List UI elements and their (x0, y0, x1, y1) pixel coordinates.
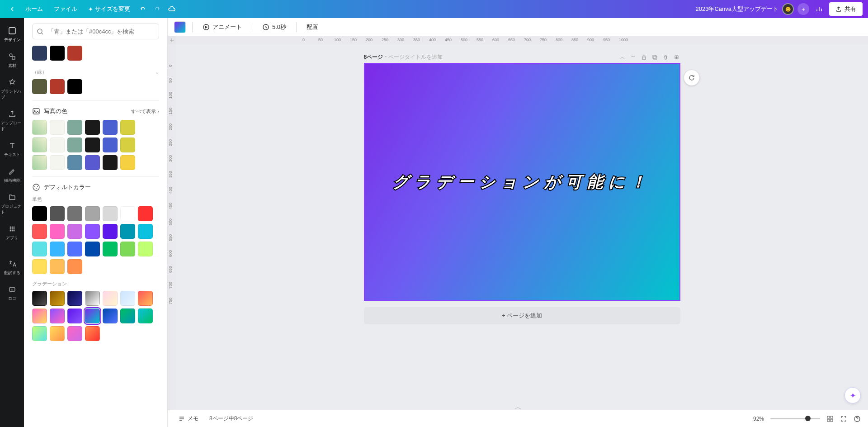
show-all-button[interactable]: すべて表示 › (131, 108, 159, 115)
back-button[interactable] (5, 4, 19, 14)
color-swatch[interactable] (32, 46, 47, 61)
color-swatch[interactable] (138, 242, 153, 256)
nav-upload[interactable]: アップロード (0, 105, 24, 137)
project-title[interactable]: 2023年Canva大型アップデート (696, 5, 779, 13)
color-swatch[interactable] (120, 291, 135, 306)
nav-apps[interactable]: アプリ (0, 220, 24, 246)
color-swatch[interactable] (103, 120, 118, 135)
add-page-button[interactable]: + ページを追加 (364, 307, 680, 324)
color-swatch[interactable] (32, 259, 47, 274)
color-swatch[interactable] (103, 155, 118, 170)
grid-view-button[interactable] (826, 415, 834, 422)
color-swatch[interactable] (67, 120, 82, 135)
expand-handle[interactable]: ︿ (509, 404, 527, 410)
page-down-button[interactable]: ﹀ (630, 54, 637, 61)
position-button[interactable]: 配置 (303, 21, 322, 33)
color-swatch[interactable] (50, 138, 65, 152)
magic-button[interactable]: ✦ (844, 387, 861, 403)
color-swatch[interactable] (50, 291, 65, 306)
nav-elements[interactable]: 素材 (0, 47, 24, 73)
nav-design[interactable]: デザイン (0, 22, 24, 47)
color-swatch[interactable] (138, 206, 153, 221)
color-swatch[interactable] (67, 326, 82, 341)
color-swatch[interactable] (67, 259, 82, 274)
color-swatch[interactable] (32, 206, 47, 221)
add-member-button[interactable]: + (797, 3, 809, 15)
page-count[interactable]: 8ページ中8ページ (209, 415, 253, 422)
zoom-value[interactable]: 92% (753, 416, 764, 422)
color-swatch[interactable] (50, 326, 65, 341)
photo-thumb[interactable] (32, 120, 47, 135)
avatar[interactable]: 😊 (782, 3, 794, 15)
color-swatch[interactable] (50, 242, 65, 256)
nav-projects[interactable]: プロジェクト (0, 188, 24, 220)
color-swatch[interactable] (32, 308, 47, 323)
share-button[interactable]: 共有 (829, 2, 863, 16)
resize-button[interactable]: ✦ サイズを変更 (84, 2, 135, 16)
canvas-page[interactable]: グラデーションが可能に！ (364, 63, 680, 301)
color-swatch[interactable] (32, 224, 47, 239)
color-swatch[interactable] (50, 46, 65, 61)
cloud-sync-button[interactable] (165, 3, 178, 15)
color-swatch[interactable] (85, 224, 100, 239)
nav-logo[interactable]: co.ロゴ (0, 280, 24, 306)
home-button[interactable]: ホーム (21, 2, 47, 16)
color-swatch[interactable] (85, 291, 100, 306)
color-swatch[interactable] (138, 291, 153, 306)
color-swatch[interactable] (50, 155, 65, 170)
color-swatch[interactable] (85, 155, 100, 170)
color-swatch[interactable] (50, 79, 65, 94)
canvas-text[interactable]: グラデーションが可能に！ (393, 171, 651, 193)
nav-translate[interactable]: 翻訳する (0, 255, 24, 280)
undo-button[interactable] (137, 3, 149, 15)
color-swatch[interactable] (120, 224, 135, 239)
color-swatch[interactable] (85, 326, 100, 341)
color-swatch[interactable] (67, 206, 82, 221)
color-swatch[interactable] (32, 326, 47, 341)
chevron-down-icon[interactable]: ⌄ (155, 69, 159, 75)
color-swatch[interactable] (32, 291, 47, 306)
color-swatch[interactable] (120, 206, 135, 221)
color-swatch[interactable] (85, 138, 100, 152)
animate-button[interactable]: アニメート (199, 21, 245, 33)
color-swatch[interactable] (67, 155, 82, 170)
color-swatch[interactable] (103, 138, 118, 152)
photo-thumb[interactable] (32, 138, 47, 152)
duration-button[interactable]: 5.0秒 (259, 21, 290, 33)
color-swatch[interactable] (103, 206, 118, 221)
color-search-input[interactable] (32, 24, 159, 39)
color-swatch[interactable] (138, 224, 153, 239)
color-swatch[interactable] (50, 224, 65, 239)
notes-button[interactable]: メモ (175, 413, 202, 424)
color-swatch[interactable] (32, 79, 47, 94)
regenerate-button[interactable] (684, 70, 699, 85)
redo-button[interactable] (151, 3, 164, 15)
color-swatch[interactable] (85, 120, 100, 135)
photo-thumb[interactable] (32, 155, 47, 170)
nav-text[interactable]: テキスト (0, 137, 24, 162)
color-swatch[interactable] (67, 242, 82, 256)
more-page-button[interactable] (673, 54, 680, 61)
zoom-slider[interactable] (770, 418, 820, 419)
color-swatch[interactable] (67, 291, 82, 306)
color-swatch[interactable] (67, 308, 82, 323)
file-menu[interactable]: ファイル (49, 2, 82, 16)
color-swatch[interactable] (50, 120, 65, 135)
color-swatch[interactable] (103, 242, 118, 256)
color-swatch[interactable] (67, 224, 82, 239)
lock-page-button[interactable] (641, 54, 648, 61)
color-swatch[interactable] (85, 242, 100, 256)
color-swatch[interactable] (67, 79, 82, 94)
color-swatch[interactable] (32, 242, 47, 256)
page-up-button[interactable]: ︿ (619, 54, 626, 61)
color-swatch[interactable] (67, 46, 82, 61)
analytics-button[interactable] (813, 3, 826, 15)
page-title-input[interactable]: ページタイトルを追加 (388, 53, 443, 61)
nav-draw[interactable]: 描画機能 (0, 162, 24, 188)
color-swatch[interactable] (85, 308, 100, 323)
color-swatch[interactable] (50, 259, 65, 274)
color-swatch[interactable] (50, 308, 65, 323)
color-swatch[interactable] (103, 308, 118, 323)
color-swatch[interactable] (85, 206, 100, 221)
color-swatch[interactable] (120, 155, 135, 170)
